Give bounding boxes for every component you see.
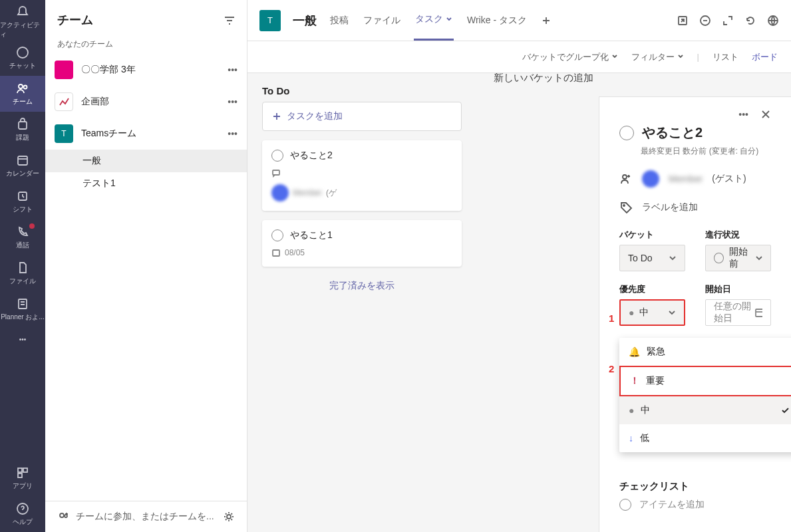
assignee-row[interactable]: Member (ゲスト) [619,170,771,188]
show-completed[interactable]: 完了済みを表示 [262,280,462,292]
tab-files[interactable]: ファイル [362,0,402,41]
assignee-name: Member [669,174,703,184]
task-title: やること2 [290,150,333,162]
rail-files[interactable]: ファイル [0,255,45,291]
checklist-circle [619,499,631,511]
svg-rect-8 [23,468,27,472]
priority-option-medium[interactable]: ●中 [619,396,791,424]
chevron-down-icon [668,309,676,317]
more-icon[interactable]: ••• [228,128,237,139]
help-icon [15,501,30,516]
rail-help[interactable]: ヘルプ [0,496,45,532]
gear-icon[interactable] [223,511,235,523]
popout-icon[interactable] [677,15,689,27]
low-icon: ↓ [629,433,633,444]
svg-rect-21 [756,309,762,317]
rail-teams[interactable]: チーム [0,76,45,112]
team-name: 〇〇学部 3年 [81,64,136,76]
team-item-2[interactable]: T Teamsチーム ••• [45,118,247,150]
tab-tasks[interactable]: タスク [414,0,454,41]
bag-icon [15,117,30,132]
field-startdate: 開始日 任意の開始日 [705,283,771,326]
channel-title: 一般 [293,13,317,29]
priority-option-urgent[interactable]: 🔔緊急 [619,338,791,366]
assignee-avatar [271,184,289,201]
chevron-down-icon [755,254,762,262]
complete-circle[interactable] [271,150,283,162]
team-name: Teamsチーム [81,128,136,140]
annotation-1: 1 [609,313,614,324]
start-date-input[interactable]: 任意の開始日 [705,299,771,326]
board-toolbar: バケットでグループ化 フィルター | リスト ボード [247,41,791,73]
priority-option-low[interactable]: ↓低 [619,424,791,452]
group-by[interactable]: バケットでグループ化 [522,51,618,63]
topbar-actions [677,15,779,27]
complete-circle[interactable] [271,229,283,241]
rail-activity[interactable]: アクティビティ [0,4,45,40]
phone-icon [15,225,30,239]
field-progress: 進行状況 開始前 [705,229,771,271]
more-icon[interactable]: ••• [228,65,237,75]
close-icon[interactable] [760,109,771,120]
join-team-link[interactable]: チームに参加、またはチームを... [76,511,214,523]
rail-chat[interactable]: チャット [0,40,45,76]
svg-point-0 [17,47,28,58]
globe-icon[interactable] [767,15,779,27]
topbar: T 一般 投稿 ファイル タスク Wrike - タスク [247,0,791,41]
complete-circle[interactable] [619,126,634,140]
rail-more[interactable]: ••• [0,327,45,351]
priority-select[interactable]: ●中 [619,299,685,326]
svg-rect-3 [19,122,27,129]
tab-wrike[interactable]: Wrike - タスク [466,0,528,41]
notification-dot [29,223,35,229]
svg-rect-4 [18,156,27,165]
filter-btn[interactable]: フィルター [631,51,684,63]
task-card-1[interactable]: やること1 08/05 [262,220,462,267]
more-icon[interactable]: ••• [738,109,748,120]
bucket-select[interactable]: To Do [619,245,685,271]
task-title: やること1 [290,229,333,241]
add-task-button[interactable]: タスクを追加 [262,102,462,131]
bell-icon [15,5,30,19]
checklist-label: チェックリスト [619,480,689,493]
rail-calls[interactable]: 通話 [0,219,45,255]
chevron-down-icon [669,254,677,262]
check-icon [780,406,790,415]
team-item-0[interactable]: 〇〇学部 3年 ••• [45,54,247,86]
progress-select[interactable]: 開始前 [705,245,771,271]
label-row[interactable]: ラベルを追加 [619,201,771,214]
expand-icon[interactable] [722,15,734,27]
chevron-down-icon [446,16,452,23]
progress-icon [714,253,724,263]
assignee-name: Member [293,188,322,198]
filter-icon[interactable] [223,14,235,26]
rail-planner[interactable]: Planner およ... [0,291,45,327]
field-bucket: バケット To Do [619,229,685,271]
tab-add[interactable] [540,0,552,41]
tabs: 投稿 ファイル タスク Wrike - タスク [329,0,552,41]
panel-head: チーム [45,0,247,35]
chat-icon [15,45,30,60]
app-rail: アクティビティ チャット チーム 課題 カレンダー シフト 通話 ファイル Pl… [0,0,45,532]
channel-test1[interactable]: テスト1 [45,172,247,195]
rail-apps[interactable]: アプリ [0,460,45,496]
new-bucket[interactable]: 新しいバケットの追加 [494,73,593,84]
comment-icon[interactable] [699,15,711,27]
channel-general[interactable]: 一般 [45,150,247,172]
priority-option-important[interactable]: ！重要 [619,366,791,396]
team-item-1[interactable]: 企画部 ••• [45,86,247,118]
rail-shifts[interactable]: シフト [0,184,45,219]
view-list[interactable]: リスト [712,51,738,63]
refresh-icon[interactable] [744,15,756,27]
svg-rect-9 [18,473,22,477]
more-icon[interactable]: ••• [228,96,237,107]
checklist-add[interactable]: アイテムを追加 [619,499,705,511]
task-card-0[interactable]: やること2 Member(ゲ [262,140,462,211]
svg-rect-18 [273,250,279,256]
tab-posts[interactable]: 投稿 [329,0,350,41]
join-team-icon[interactable] [57,511,69,523]
rail-calendar[interactable]: カレンダー [0,148,45,184]
svg-rect-7 [18,468,22,472]
view-board[interactable]: ボード [752,51,778,63]
rail-assignments[interactable]: 課題 [0,112,45,148]
